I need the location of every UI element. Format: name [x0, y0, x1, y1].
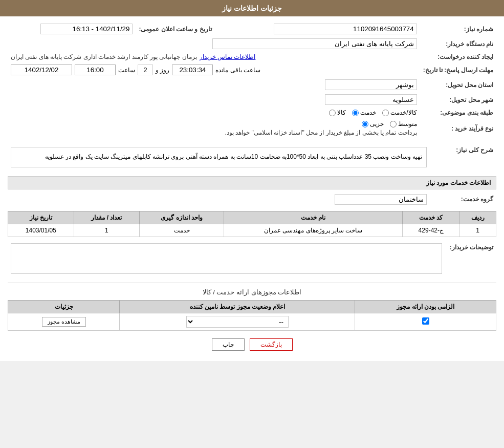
category-khedmat[interactable]: خدمت [352, 109, 376, 116]
perm-status-select[interactable]: -- [186, 316, 289, 328]
creator-contact-link[interactable]: اطلاعات تماس خریدار [200, 53, 256, 60]
perm-required-cell [355, 313, 496, 330]
col-service-name: نام خدمت [224, 211, 402, 224]
table-row: 1 ج-42-429 ساخت سایر پروژه‌های مهندسی عم… [8, 224, 496, 237]
kala-khedmat-label: کالا/خدمت [390, 109, 417, 116]
buyer-comments-textarea[interactable] [11, 243, 442, 274]
permissions-title: اطلاعات مجوزهای ارائه خدمت / کالا [8, 288, 496, 296]
perm-details-cell: مشاهده مجوز [8, 313, 120, 330]
category-kala-khedmat[interactable]: کالا/خدمت [382, 109, 417, 116]
service-group-input[interactable] [335, 194, 427, 205]
timer-remaining-label: ساعت باقی مانده [215, 67, 260, 74]
perm-required-checkbox[interactable] [422, 317, 429, 325]
cell-service-name: ساخت سایر پروژه‌های مهندسی عمران [224, 224, 402, 237]
page-header: جزئیات اطلاعات نیاز [0, 0, 504, 16]
deadline-label: مهلت ارسال پاسخ: تا تاریخ: [420, 62, 496, 77]
days-label: روز و [156, 67, 169, 74]
creator-name: بزمان جهانبانی پور کارمند ارشد خدمات ادا… [11, 53, 197, 60]
cell-row-num: 1 [459, 224, 496, 237]
buyer-org-label: نام دستگاه خریدار: [420, 36, 496, 51]
deadline-date-input [11, 65, 72, 75]
list-item: -- مشاهده مجوز [8, 313, 496, 330]
deadline-days-input [138, 65, 153, 75]
col-service-code: کد خدمت [403, 211, 459, 224]
creator-label: ایجاد کننده درخواست: [420, 51, 496, 62]
cell-quantity: 1 [74, 224, 140, 237]
category-kala[interactable]: کالا [329, 109, 346, 116]
col-required: الزامی بودن ارائه مجوز [355, 300, 496, 313]
deadline-time-input [75, 65, 116, 75]
need-number-input[interactable] [274, 24, 417, 34]
jozi-label: جزیی [370, 120, 384, 127]
need-number-label: شماره نیاز: [420, 22, 496, 36]
description-text: تهیه وساخت ونصب 35 عدداسلب بتنی به ابعاد… [11, 147, 427, 167]
purchase-type-label: نوع فرآیند خرید : [420, 118, 496, 138]
cell-unit: خدمت [140, 224, 224, 237]
print-button[interactable]: چاپ [212, 338, 245, 351]
col-quantity: تعداد / مقدار [74, 211, 140, 224]
buyer-org-input[interactable] [212, 38, 417, 49]
city-input[interactable] [325, 94, 417, 105]
col-unit: واحد اندازه گیری [140, 211, 224, 224]
kala-label: کالا [337, 109, 346, 116]
province-input[interactable] [325, 79, 417, 90]
col-details: جزئیات [8, 300, 120, 313]
province-label: استان محل تحویل: [420, 77, 496, 92]
deadline-timer-input [172, 65, 213, 75]
cell-service-code: ج-42-429 [403, 224, 459, 237]
purchase-motavaset[interactable]: متوسط [390, 120, 417, 127]
service-info-title: اطلاعات خدمات مورد نیاز [8, 176, 496, 189]
motavaset-label: متوسط [398, 120, 417, 127]
purchase-jozi[interactable]: جزیی [362, 120, 384, 127]
city-label: شهر محل تحویل: [420, 92, 496, 107]
col-status: اعلام وضعیت مجوز توسط نامین کننده [120, 300, 355, 313]
buyer-comments-label: توضیحات خریدار: [445, 241, 496, 278]
service-table: ردیف کد خدمت نام خدمت واحد اندازه گیری ت… [8, 211, 496, 237]
description-label: شرح کلی نیاز: [430, 142, 496, 172]
view-permit-button[interactable]: مشاهده مجوز [42, 317, 86, 327]
page-title: جزئیات اطلاعات نیاز [222, 4, 282, 12]
action-buttons: بازگشت چاپ [8, 338, 496, 351]
permissions-table: الزامی بودن ارائه مجوز اعلام وضعیت مجوز … [8, 300, 496, 331]
khedmat-label: خدمت [360, 109, 376, 116]
perm-status-cell[interactable]: -- [120, 313, 355, 330]
time-label: ساعت [118, 67, 135, 74]
cell-need-date: 1403/01/05 [8, 224, 74, 237]
announce-date-label: تاریخ و ساعت اعلان عمومی: [136, 22, 214, 36]
announce-date-input[interactable] [40, 24, 133, 34]
back-button[interactable]: بازگشت [250, 338, 293, 351]
category-label: طبقه بندی موضوعی: [420, 107, 496, 118]
service-group-label: گروه خدمت: [430, 192, 496, 207]
col-need-date: تاریخ نیاز [8, 211, 74, 224]
col-row-num: ردیف [459, 211, 496, 224]
purchase-note: پرداخت تمام یا بخشی از مبلغ خریدار از مح… [11, 129, 417, 136]
